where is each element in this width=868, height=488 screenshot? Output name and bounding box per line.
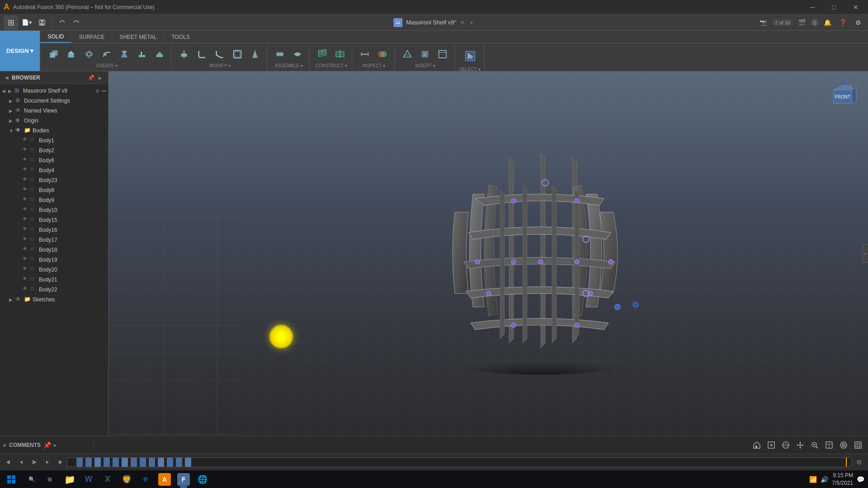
doc-settings-arrow[interactable]: ▶ — [9, 99, 15, 103]
app-menu-button[interactable]: ⊞ — [4, 15, 18, 30]
tree-item-body21[interactable]: 👁 □ Body21 — [0, 275, 108, 285]
body-vis-box[interactable]: □ — [31, 226, 38, 234]
tree-item-bodies[interactable]: ▼ 👁 📁 Bodies — [0, 126, 108, 136]
body-vis-box[interactable]: □ — [31, 187, 38, 194]
tree-item-body20[interactable]: 👁 □ Body20 — [0, 265, 108, 275]
joint-tool[interactable] — [272, 46, 288, 62]
body-vis-eye[interactable]: 👁 — [23, 157, 30, 164]
minimize-button[interactable]: ─ — [802, 0, 823, 14]
tree-item-body4[interactable]: 👁 □ Body4 — [0, 165, 108, 175]
tree-item-body1[interactable]: 👁 □ Body1 — [0, 136, 108, 145]
taskbar-brave[interactable]: 🦁 — [118, 470, 136, 488]
bodies-arrow[interactable]: ▼ — [9, 128, 15, 133]
body-vis-eye[interactable]: 👁 — [23, 286, 30, 293]
search-button[interactable]: 🔍 — [23, 470, 41, 488]
body-vis-eye[interactable]: 👁 — [23, 137, 30, 144]
timeline-marker-7[interactable] — [131, 458, 137, 467]
timeline-marker-11[interactable] — [167, 458, 173, 467]
timeline-marker-4[interactable] — [104, 458, 110, 467]
taskbar-edge[interactable]: e — [137, 470, 155, 488]
body-vis-box[interactable]: □ — [31, 286, 38, 293]
root-collapse-icon[interactable]: ◀ — [2, 89, 8, 94]
tree-item-body8[interactable]: 👁 □ Body8 — [0, 185, 108, 195]
tree-item-body23[interactable]: 👁 □ Body23 — [0, 175, 108, 185]
taskbar-excel[interactable]: X — [99, 470, 117, 488]
settings-icon[interactable]: ⚙ — [852, 16, 864, 29]
tree-item-body6[interactable]: 👁 □ Body6 — [0, 155, 108, 165]
offset-plane-tool[interactable] — [314, 46, 330, 62]
notification-icon[interactable]: 💬 — [857, 476, 864, 483]
sweep-tool[interactable] — [99, 46, 115, 62]
select-tool[interactable] — [460, 46, 480, 66]
body-vis-eye[interactable]: 👁 — [23, 266, 30, 273]
home-view-button[interactable] — [750, 439, 763, 451]
tab-surface[interactable]: SURFACE — [71, 31, 112, 43]
bodies-vis-icon[interactable]: 👁 — [15, 127, 23, 134]
insert-label[interactable]: INSERT ▾ — [415, 63, 435, 68]
interference-tool[interactable] — [374, 46, 391, 62]
tab-tools[interactable]: TOOLS — [164, 31, 197, 43]
orbit-button[interactable] — [779, 439, 792, 451]
timeline-marker-10[interactable] — [158, 458, 164, 467]
body-vis-box[interactable]: □ — [31, 236, 38, 244]
timeline-marker-12[interactable] — [176, 458, 182, 467]
timeline-prev-button[interactable] — [16, 457, 27, 468]
body-vis-box[interactable]: □ — [31, 147, 38, 154]
new-component-tool[interactable] — [46, 46, 62, 62]
insert-mesh-tool[interactable] — [399, 46, 415, 62]
sketches-arrow[interactable]: ▶ — [9, 297, 15, 302]
timeline-track[interactable] — [67, 457, 852, 467]
body-vis-eye[interactable]: 👁 — [23, 206, 30, 214]
timeline-marker-9[interactable] — [149, 458, 155, 467]
chamfer-tool[interactable] — [212, 46, 228, 62]
taskbar-chrome[interactable]: 🌐 — [193, 470, 212, 488]
file-menu-button[interactable]: 📄▾ — [20, 16, 34, 29]
save-button[interactable] — [36, 16, 48, 29]
tab-solid[interactable]: SOLID — [40, 31, 71, 43]
timeline-next-button[interactable] — [42, 457, 52, 468]
taskbar-word[interactable]: W — [80, 470, 98, 488]
body-vis-eye[interactable]: 👁 — [23, 187, 30, 194]
root-more-icon[interactable]: ••• — [101, 89, 106, 94]
web-tool[interactable] — [151, 46, 168, 62]
tree-item-body22[interactable]: 👁 □ Body22 — [0, 285, 108, 295]
body-vis-box[interactable]: □ — [31, 197, 38, 204]
taskbar-file-explorer[interactable]: 📁 — [61, 470, 79, 488]
timeline-marker-2[interactable] — [85, 458, 92, 467]
body-vis-box[interactable]: □ — [31, 246, 38, 253]
taskbar-fusion360[interactable]: F — [175, 470, 193, 488]
tree-item-origin[interactable]: ▶ ⊕ Origin — [0, 116, 108, 126]
close-button[interactable]: ✕ — [845, 0, 866, 14]
comments-collapse-icon[interactable]: ▸ — [4, 442, 6, 448]
new-tab-button[interactable]: ＋ — [468, 19, 475, 27]
select-label[interactable]: SELECT ▾ — [459, 67, 481, 71]
body-vis-eye[interactable]: 👁 — [23, 276, 30, 283]
tree-item-root[interactable]: ◀ ▶ ⊞ Massironi Shelf v9 ⚙ ••• — [0, 86, 108, 96]
tree-item-body10[interactable]: 👁 □ Body10 — [0, 205, 108, 215]
tree-item-body2[interactable]: 👁 □ Body2 — [0, 145, 108, 155]
tree-item-named-views[interactable]: ▶ 👁 Named Views — [0, 106, 108, 116]
timeline-play-button[interactable] — [29, 457, 40, 468]
tree-item-sketches[interactable]: ▶ 👁 📁 Sketches — [0, 295, 108, 305]
timeline-settings-icon[interactable]: ⚙ — [854, 457, 864, 468]
body-vis-eye[interactable]: 👁 — [23, 177, 30, 184]
decal-tool[interactable]: A — [417, 46, 433, 62]
root-options-icon[interactable]: ⚙ — [95, 89, 99, 94]
measure-tool[interactable] — [357, 46, 373, 62]
body-vis-eye[interactable]: 👁 — [23, 256, 30, 263]
timeline-marker-5[interactable] — [113, 458, 119, 467]
loft-tool[interactable] — [116, 46, 132, 62]
timeline-marker-8[interactable] — [140, 458, 146, 467]
construct-label[interactable]: CONSTRUCT ▾ — [316, 63, 347, 68]
timeline-start-button[interactable] — [4, 457, 14, 468]
display-settings-button[interactable] — [823, 439, 835, 451]
body-vis-box[interactable]: □ — [31, 177, 38, 184]
tree-item-doc-settings[interactable]: ▶ ⚙ Document Settings — [0, 96, 108, 106]
body-vis-box[interactable]: □ — [31, 216, 38, 224]
tree-item-body18[interactable]: 👁 □ Body18 — [0, 245, 108, 255]
body-vis-box[interactable]: □ — [31, 137, 38, 144]
assemble-label[interactable]: ASSEMBLE ▾ — [275, 63, 303, 68]
motion-link-tool[interactable] — [289, 46, 306, 62]
zoom-button[interactable] — [808, 439, 821, 451]
tree-item-body9[interactable]: 👁 □ Body9 — [0, 195, 108, 205]
